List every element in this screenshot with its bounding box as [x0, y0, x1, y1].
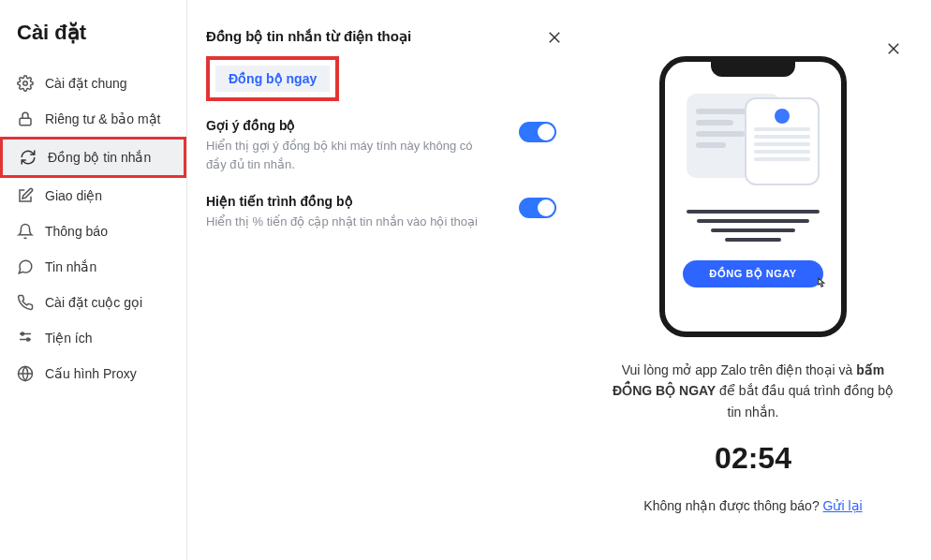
close-icon — [546, 29, 563, 50]
pencil-icon — [17, 187, 34, 204]
settings-main: Đồng bộ tin nhắn từ điện thoại Đồng bộ n… — [187, 0, 575, 560]
sidebar-item-label: Giao diện — [45, 188, 102, 203]
phone-illustration: ĐỒNG BỘ NGAY — [659, 56, 847, 337]
sidebar-item-label: Tiện ích — [45, 331, 93, 346]
sidebar-item-sync[interactable]: Đồng bộ tin nhắn — [0, 137, 186, 178]
setting-label: Hiện tiến trình đồng bộ — [206, 194, 478, 209]
toggle-show-progress[interactable] — [519, 198, 556, 218]
setting-desc: Hiển thị gợi ý đồng bộ khi máy tính này … — [206, 137, 487, 173]
sidebar-item-label: Tin nhắn — [45, 259, 96, 274]
section-title: Đồng bộ tin nhắn từ điện thoại — [206, 28, 556, 45]
phone-cta-label: ĐỒNG BỘ NGAY — [709, 268, 796, 279]
svg-rect-1 — [20, 118, 31, 125]
sliders-icon — [17, 330, 34, 346]
setting-desc: Hiển thị % tiến độ cập nhật tin nhắn vào… — [206, 213, 478, 231]
sidebar-item-proxy[interactable]: Cấu hình Proxy — [0, 356, 186, 391]
sidebar-item-label: Cài đặt chung — [45, 76, 127, 91]
close-button[interactable] — [543, 28, 566, 51]
settings-sidebar: Cài đặt Cài đặt chung Riêng tư & bảo mật… — [0, 0, 187, 560]
toggle-suggest-sync[interactable] — [519, 122, 556, 142]
sidebar-item-appearance[interactable]: Giao diện — [0, 178, 186, 214]
sidebar-item-calls[interactable]: Cài đặt cuộc gọi — [0, 285, 186, 320]
close-icon — [885, 40, 902, 61]
sidebar-item-label: Đồng bộ tin nhắn — [48, 150, 151, 165]
resend-prompt: Không nhận được thông báo? — [643, 498, 822, 513]
bell-icon — [17, 223, 34, 240]
close-button[interactable] — [882, 39, 905, 62]
message-icon — [17, 258, 34, 275]
setting-suggest-sync: Gợi ý đồng bộ Hiển thị gợi ý đồng bộ khi… — [206, 118, 556, 173]
globe-icon — [17, 365, 34, 382]
sidebar-item-messages[interactable]: Tin nhắn — [0, 249, 186, 285]
sidebar-item-notifications[interactable]: Thông báo — [0, 214, 186, 249]
sidebar-item-label: Cài đặt cuộc gọi — [45, 295, 142, 310]
phone-cta-button: ĐỒNG BỘ NGAY — [683, 260, 823, 287]
resend-row: Không nhận được thông báo? Gửi lại — [601, 498, 905, 513]
sidebar-item-label: Riêng tư & bảo mật — [45, 111, 161, 126]
lock-icon — [17, 111, 34, 127]
setting-label: Gợi ý đồng bộ — [206, 118, 487, 133]
sync-now-button[interactable]: Đồng bộ ngay — [215, 66, 330, 92]
sidebar-item-label: Thông báo — [45, 224, 108, 239]
sidebar-item-privacy[interactable]: Riêng tư & bảo mật — [0, 101, 186, 137]
messages-illustration — [683, 88, 823, 191]
sidebar-item-label: Cấu hình Proxy — [45, 366, 137, 381]
svg-point-0 — [23, 81, 28, 86]
countdown-timer: 02:54 — [601, 441, 905, 476]
phone-icon — [17, 294, 34, 311]
sidebar-item-utilities[interactable]: Tiện ích — [0, 320, 186, 356]
sync-icon — [20, 149, 37, 166]
sidebar-title: Cài đặt — [0, 13, 186, 66]
sync-prompt-panel: ĐỒNG BỘ NGAY Vui lòng mở app Zalo trên đ… — [575, 0, 931, 560]
resend-link[interactable]: Gửi lại — [823, 498, 863, 513]
gear-icon — [17, 75, 34, 92]
sidebar-item-general[interactable]: Cài đặt chung — [0, 66, 186, 101]
sync-now-highlight: Đồng bộ ngay — [206, 56, 339, 101]
cursor-icon — [812, 276, 829, 293]
instruction-text: Vui lòng mở app Zalo trên điện thoại và … — [601, 360, 905, 422]
setting-show-progress: Hiện tiến trình đồng bộ Hiển thị % tiến … — [206, 194, 556, 231]
